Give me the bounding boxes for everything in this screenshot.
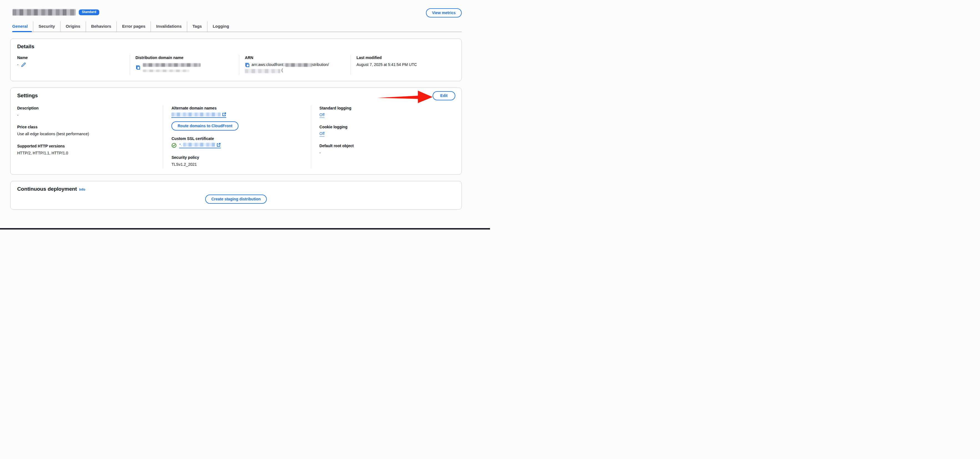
settings-title: Settings xyxy=(17,92,455,98)
arn-value: arn:aws:cloudfront::stribution/ ( xyxy=(245,62,345,73)
page-header: Standard View metrics xyxy=(13,0,462,16)
default-root-object-label: Default root object xyxy=(320,144,448,148)
alternate-domain-redacted xyxy=(171,113,221,116)
tab-label: General xyxy=(12,24,28,29)
cookie-logging-off-link[interactable]: Off xyxy=(320,131,325,137)
settings-grid: Description - Price class Use all edge l… xyxy=(17,105,455,168)
settings-card: Settings Edit Description - Price class … xyxy=(10,87,462,175)
arn-suffix: stribution/ xyxy=(312,62,329,67)
tab-invalidations[interactable]: Invalidations xyxy=(151,21,187,32)
cookie-logging-label: Cookie logging xyxy=(320,125,448,129)
domain-redacted-2 xyxy=(143,70,189,72)
edit-pencil-icon[interactable] xyxy=(21,62,26,67)
distribution-name-redacted xyxy=(13,9,76,16)
tab-behaviors[interactable]: Behaviors xyxy=(86,21,117,32)
details-grid: Name - Distribution domain name xyxy=(17,55,455,75)
arn-prefix: arn:aws:cloudfront:: xyxy=(251,62,285,67)
description-label: Description xyxy=(17,106,156,110)
security-policy-value: TLSv1.2_2021 xyxy=(171,162,304,167)
create-staging-distribution-button[interactable]: Create staging distribution xyxy=(205,195,267,204)
tab-origins[interactable]: Origins xyxy=(60,21,86,32)
details-card: Details Name - Distribution domain name xyxy=(10,38,462,81)
ssl-certificate-label: Custom SSL certificate xyxy=(171,137,304,141)
standard-logging-off-link[interactable]: Off xyxy=(320,113,325,118)
security-policy-label: Security policy xyxy=(171,155,304,160)
details-col-arn: ARN arn:aws:cloudfront::stribution/ ( xyxy=(239,55,350,75)
copy-icon[interactable] xyxy=(135,65,140,70)
arn-redacted xyxy=(285,63,312,67)
info-link[interactable]: Info xyxy=(79,187,85,192)
tab-error-pages[interactable]: Error pages xyxy=(116,21,151,32)
last-modified-value: August 7, 2025 at 5:41:54 PM UTC xyxy=(356,62,449,67)
page-container: Standard View metrics General Security O… xyxy=(0,0,490,230)
external-link-icon xyxy=(216,143,221,147)
details-col-domain: Distribution domain name xyxy=(130,55,239,75)
edit-button[interactable]: Edit xyxy=(433,91,455,100)
tab-label: Behaviors xyxy=(91,24,111,29)
ssl-prefix: *. xyxy=(179,143,181,147)
tab-label: Origins xyxy=(66,24,80,29)
status-badge: Standard xyxy=(79,10,99,15)
default-root-object-value: - xyxy=(320,150,448,156)
tab-label: Security xyxy=(38,24,55,29)
tab-tags[interactable]: Tags xyxy=(187,21,207,32)
settings-col-middle: Alternate domain names Route domains to … xyxy=(163,105,310,168)
distribution-domain-label: Distribution domain name xyxy=(135,56,234,60)
arn-tail: ( xyxy=(282,68,283,72)
details-col-name: Name - xyxy=(17,55,130,75)
domain-redacted xyxy=(143,63,200,67)
tab-label: Error pages xyxy=(122,24,145,29)
tab-bar: General Security Origins Behaviors Error… xyxy=(12,21,462,32)
tab-security[interactable]: Security xyxy=(33,21,60,32)
settings-col-left: Description - Price class Use all edge l… xyxy=(17,105,163,168)
tab-logging[interactable]: Logging xyxy=(207,21,234,32)
settings-col-right: Standard logging Off Cookie logging Off … xyxy=(311,105,455,168)
name-label: Name xyxy=(17,56,124,60)
continuous-deployment-card: Continuous deployment Info Create stagin… xyxy=(10,181,462,210)
arn-redacted-2 xyxy=(245,69,280,73)
copy-icon[interactable] xyxy=(245,63,250,67)
continuous-deployment-title: Continuous deployment xyxy=(17,186,77,192)
tab-general[interactable]: General xyxy=(12,21,33,32)
description-value: - xyxy=(17,112,156,118)
alternate-domains-label: Alternate domain names xyxy=(171,106,304,110)
arn-label: ARN xyxy=(245,56,345,60)
http-versions-label: Supported HTTP versions xyxy=(17,144,156,148)
external-link-icon xyxy=(222,112,226,116)
last-modified-label: Last modified xyxy=(356,56,449,60)
ssl-certificate-link[interactable]: *. xyxy=(179,143,221,148)
tab-label: Tags xyxy=(192,24,202,29)
tab-label: Logging xyxy=(213,24,229,29)
details-col-modified: Last modified August 7, 2025 at 5:41:54 … xyxy=(350,55,455,75)
standard-logging-label: Standard logging xyxy=(320,106,448,110)
alternate-domain-link[interactable] xyxy=(171,112,226,118)
price-class-label: Price class xyxy=(17,125,156,129)
name-value: - xyxy=(17,62,19,67)
price-class-value: Use all edge locations (best performance… xyxy=(17,131,156,137)
view-metrics-button[interactable]: View metrics xyxy=(426,8,462,17)
tab-label: Invalidations xyxy=(156,24,181,29)
route-domains-button[interactable]: Route domains to CloudFront xyxy=(171,121,239,130)
http-versions-value: HTTP/2, HTTP/1.1, HTTP/1.0 xyxy=(17,150,156,156)
ssl-redacted xyxy=(183,143,215,147)
bottom-edge-bar xyxy=(0,228,490,230)
check-circle-icon xyxy=(171,143,177,148)
details-title: Details xyxy=(17,43,455,49)
